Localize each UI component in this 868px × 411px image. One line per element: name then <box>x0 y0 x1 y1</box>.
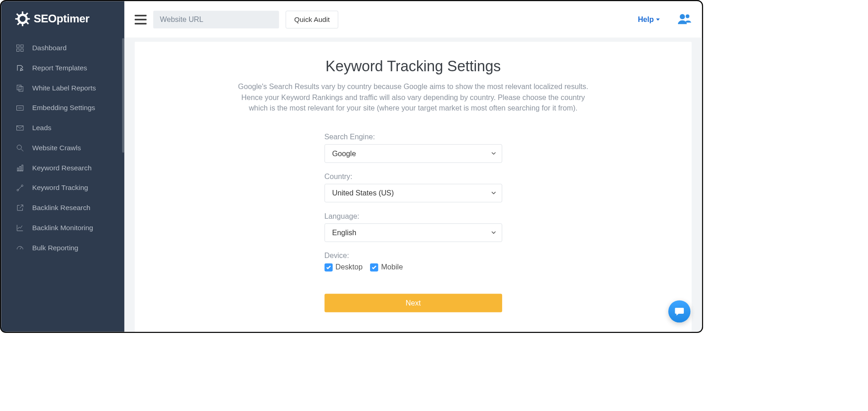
search-icon <box>16 144 24 152</box>
svg-rect-11 <box>21 49 23 52</box>
country-select[interactable]: United States (US) <box>324 184 502 203</box>
help-dropdown[interactable]: Help <box>638 15 660 24</box>
search-engine-label: Search Engine: <box>324 133 502 142</box>
svg-rect-21 <box>20 167 21 171</box>
topbar: Quick Audit Help <box>124 1 702 38</box>
hamburger-menu-icon[interactable] <box>135 15 147 24</box>
users-icon[interactable] <box>677 13 692 26</box>
sidebar-item-label: Website Crawls <box>32 144 81 152</box>
desktop-checkbox-label: Desktop <box>335 263 362 272</box>
main: Quick Audit Help Keyword Tracking Settin… <box>124 1 702 332</box>
desktop-checkbox[interactable] <box>324 263 333 271</box>
svg-rect-10 <box>16 49 19 52</box>
sidebar-item-white-label[interactable]: White Label Reports <box>1 78 124 98</box>
language-label: Language: <box>324 212 502 221</box>
sidebar-item-dashboard[interactable]: Dashboard <box>1 38 124 58</box>
svg-rect-20 <box>17 168 18 171</box>
svg-rect-9 <box>21 45 23 47</box>
device-label: Device: <box>324 252 502 260</box>
svg-rect-8 <box>16 45 19 47</box>
sidebar-item-label: Backlink Research <box>32 204 90 212</box>
svg-line-25 <box>18 186 21 190</box>
gear-logo-icon <box>15 11 30 26</box>
sidebar-item-label: Report Templates <box>32 64 87 72</box>
help-label: Help <box>638 15 654 24</box>
mobile-checkbox-label: Mobile <box>381 263 403 272</box>
sidebar-nav: Dashboard Report Templates White Label R… <box>1 35 124 332</box>
svg-point-17 <box>17 145 21 150</box>
chevron-down-icon <box>656 18 660 21</box>
sidebar-item-label: Embedding Settings <box>32 104 95 112</box>
sidebar-item-backlink-monitoring[interactable]: Backlink Monitoring <box>1 218 124 238</box>
chat-launcher-button[interactable] <box>668 300 691 323</box>
brand-name: SEOptimer <box>34 13 90 26</box>
brand-logo[interactable]: SEOptimer <box>1 1 124 35</box>
dashboard-icon <box>16 44 24 52</box>
sidebar-item-keyword-tracking[interactable]: Keyword Tracking <box>1 178 124 198</box>
sidebar-item-report-templates[interactable]: Report Templates <box>1 58 124 78</box>
line-chart-icon <box>16 224 24 232</box>
sidebar-item-label: Dashboard <box>32 44 66 52</box>
mail-icon <box>16 124 24 132</box>
svg-rect-1 <box>22 23 23 26</box>
bar-chart-icon <box>16 164 24 172</box>
sidebar-item-keyword-research[interactable]: Keyword Research <box>1 158 124 178</box>
sidebar-item-label: Bulk Reporting <box>32 244 78 252</box>
sidebar-item-website-crawls[interactable]: Website Crawls <box>1 138 124 158</box>
svg-line-18 <box>21 149 23 151</box>
mobile-checkbox[interactable] <box>370 263 378 271</box>
language-select[interactable]: English <box>324 223 502 242</box>
copy-icon <box>16 84 24 92</box>
sidebar-item-label: White Label Reports <box>32 84 95 92</box>
sidebar-item-backlink-research[interactable]: Backlink Research <box>1 198 124 218</box>
external-link-icon <box>16 204 24 212</box>
svg-point-27 <box>680 14 685 19</box>
quick-audit-button[interactable]: Quick Audit <box>286 11 338 28</box>
svg-rect-2 <box>15 18 18 20</box>
sidebar-item-embedding[interactable]: Embedding Settings <box>1 98 124 118</box>
page-title: Keyword Tracking Settings <box>326 58 501 74</box>
page-description: Google's Search Results vary by country … <box>236 81 591 113</box>
sidebar-item-label: Backlink Monitoring <box>32 224 93 232</box>
country-label: Country: <box>324 172 502 181</box>
settings-card: Keyword Tracking Settings Google's Searc… <box>135 42 692 332</box>
sidebar-item-bulk-reporting[interactable]: Bulk Reporting <box>1 238 124 258</box>
svg-rect-3 <box>27 18 30 20</box>
website-url-input[interactable] <box>153 11 279 28</box>
content: Keyword Tracking Settings Google's Searc… <box>124 38 702 332</box>
svg-point-28 <box>686 14 689 18</box>
gauge-icon <box>16 244 24 252</box>
svg-line-26 <box>20 247 21 249</box>
embed-icon <box>16 104 24 112</box>
search-engine-select[interactable]: Google <box>324 144 502 163</box>
sidebar-item-label: Leads <box>32 124 51 132</box>
sidebar: SEOptimer Dashboard Report Templates Whi… <box>1 1 124 332</box>
sidebar-scrollbar[interactable] <box>122 38 124 153</box>
sidebar-item-label: Keyword Research <box>32 164 91 172</box>
settings-form: Search Engine: Google Country: United St… <box>324 133 502 312</box>
svg-rect-0 <box>22 11 23 14</box>
edit-icon <box>16 64 24 72</box>
next-button[interactable]: Next <box>324 294 502 312</box>
tracking-icon <box>16 184 24 192</box>
svg-rect-22 <box>22 165 23 171</box>
sidebar-item-label: Keyword Tracking <box>32 184 88 192</box>
sidebar-item-leads[interactable]: Leads <box>1 118 124 138</box>
chat-icon <box>674 306 685 317</box>
